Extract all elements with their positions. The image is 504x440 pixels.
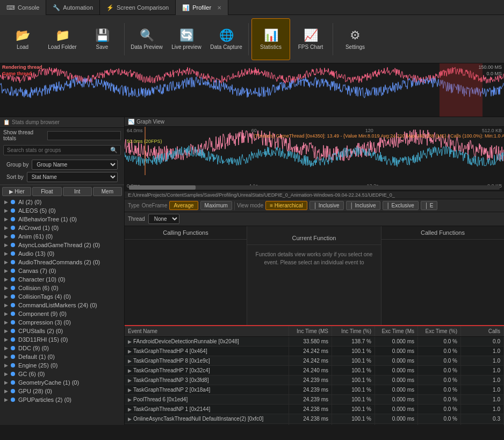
col-inc-time-pct: Inc Time (%) — [332, 326, 375, 336]
table-row[interactable]: ▶ TaskGraphThreadHP 7 [0x32c4] 24.240 ms… — [125, 366, 504, 376]
stat-list-item[interactable]: ▶ CPUStalls (2) (0) — [0, 327, 124, 335]
stat-item-label: AudioThreadCommands (2) (0) — [18, 259, 100, 265]
int-filter-btn[interactable]: Int — [63, 187, 92, 196]
stat-list-item[interactable]: ▶ D3D11RHI (15) (0) — [0, 335, 124, 344]
stat-list-item[interactable]: ▶ GeometryCache (1) (0) — [0, 378, 124, 387]
data-preview-label: Data Preview — [131, 44, 162, 50]
ruler-120: 120 — [365, 128, 373, 133]
oneframe-btn[interactable]: OneFrame — [142, 203, 168, 208]
cell-exc-ms: 0.000 ms — [375, 385, 418, 394]
tab-profiler[interactable]: 📊 Profiler ✕ — [176, 0, 228, 15]
stat-list-item[interactable]: ▶ CollisionTags (4) (0) — [0, 292, 124, 301]
table-row[interactable]: ▶ TaskGraphThreadHP 8 [0x1e9c] 24.242 ms… — [125, 356, 504, 366]
mem-filter-btn[interactable]: Mem — [93, 187, 122, 196]
stat-list-item[interactable]: ▶ AICrowd (1) (0) — [0, 223, 124, 232]
stat-list-item[interactable]: ▶ GC (6) (0) — [0, 370, 124, 378]
type-label: Type — [128, 203, 140, 208]
float-filter-btn[interactable]: Float — [32, 187, 61, 196]
inclusive1-btn[interactable]: │ Inclusive — [309, 201, 344, 210]
stat-list-item[interactable]: ▶ Character (10) (0) — [0, 275, 124, 284]
stat-arrow-icon: ▶ — [4, 380, 8, 385]
sort-by-select[interactable]: Stat Name — [27, 172, 118, 182]
settings-button[interactable]: ⚙ Settings — [336, 18, 375, 60]
exclusive-btn[interactable]: │ Exclusive — [383, 201, 419, 210]
stat-list-item[interactable]: ▶ AIBehaviorTree (1) (0) — [0, 215, 124, 223]
stat-list-item[interactable]: ▶ ALEOS (5) (0) — [0, 206, 124, 215]
table-row[interactable]: ▶ TaskGraphThreadNP 2 [0x18a4] 24.239 ms… — [125, 385, 504, 395]
stat-list-item[interactable]: ▶ GPU (28) (0) — [0, 387, 124, 395]
table-row[interactable]: ▶ TaskGraphThreadHP 4 [0x464] 24.242 ms … — [125, 347, 504, 356]
main-layout: 📋 Stats dump browser Show thread totals … — [0, 117, 504, 425]
table-row[interactable]: ▶ TaskGraphThreadNP 3 [0x3fd8] 24.239 ms… — [125, 376, 504, 385]
event-name-text: TaskGraphThreadNP 2 [0x18a4] — [133, 387, 210, 393]
statistics-button[interactable]: 📊 Statistics — [251, 18, 290, 60]
stat-list-item[interactable]: ▶ Default (1) (0) — [0, 352, 124, 361]
fps-chart-button[interactable]: 📈 FPS Chart — [291, 18, 330, 60]
tab-screen-comparison[interactable]: ⚡ Screen Comparison — [100, 0, 176, 15]
profiler-path: E:/UnrealProjects/ContentSamples/Saved/P… — [125, 191, 504, 199]
stat-item-label: GC (6) (0) — [18, 371, 45, 377]
cell-event-name: ▶ OnlineAsyncTaskThreadNull DefaultInsta… — [125, 414, 289, 423]
thread-totals-input[interactable] — [47, 131, 121, 140]
stat-list-item[interactable]: ▶ Audio (13) (0) — [0, 249, 124, 258]
stat-list-item[interactable]: ▶ Collision (6) (0) — [0, 284, 124, 292]
game-thread-label: Game thread — [2, 71, 32, 76]
table-row[interactable]: ▶ TaskGraphThreadNP 0 [0x4724] 24.238 ms… — [125, 424, 504, 425]
save-button[interactable]: 💾 Save — [83, 18, 121, 60]
thread-select[interactable]: None — [148, 214, 179, 224]
search-input[interactable] — [3, 145, 121, 155]
row-arrow-icon: ▶ — [128, 407, 132, 412]
stat-arrow-icon: ▶ — [4, 277, 8, 282]
average-btn[interactable]: Average — [169, 201, 198, 210]
group-by-select[interactable]: Group Name — [32, 160, 118, 170]
cell-exc-ms: 0.000 ms — [375, 395, 418, 404]
stat-list-item[interactable]: ▶ CommandListMarkers (24) (0) — [0, 301, 124, 309]
table-row[interactable]: ▶ FAndroidDeviceDetectionRunnable [0x204… — [125, 337, 504, 347]
sort-by-label: Sort by — [6, 174, 24, 180]
stat-list-item[interactable]: ▶ Compression (3) (0) — [0, 318, 124, 327]
minimap-canvas[interactable] — [0, 63, 504, 117]
data-capture-button[interactable]: 🌐 Data Capture — [207, 18, 246, 60]
cell-event-name: ▶ FAndroidDeviceDetectionRunnable [0x204… — [125, 337, 289, 346]
data-preview-button[interactable]: 🔍 Data Preview — [127, 18, 166, 60]
stat-dot — [11, 234, 15, 239]
stat-list-item[interactable]: ▶ AsyncLoadGameThread (2) (0) — [0, 241, 124, 249]
maximum-btn[interactable]: Maximum — [200, 201, 232, 210]
load-folder-button[interactable]: 📁 Load Folder — [43, 18, 82, 60]
scroll-bar[interactable] — [129, 185, 500, 190]
cell-inc-pct: 100.1 % — [332, 385, 375, 394]
tab-console[interactable]: ⌨ Console — [0, 0, 46, 15]
stat-dot — [11, 380, 15, 385]
stat-arrow-icon: ▶ — [4, 337, 8, 342]
live-preview-button[interactable]: 🔄 Live preview — [167, 18, 206, 60]
ruler-60: 60 — [251, 128, 257, 133]
profiler-graph[interactable]: 64.0ms 60 120 512.0 KB (Threads) GameThr… — [125, 127, 504, 191]
stat-item-label: Collision (6) (0) — [18, 285, 59, 291]
stat-list-item[interactable]: ▶ GPUParticles (2) (0) — [0, 395, 124, 404]
stat-list-item[interactable]: ▶ AudioThreadCommands (2) (0) — [0, 258, 124, 266]
table-row[interactable]: ▶ OnlineAsyncTaskThreadNull DefaultInsta… — [125, 414, 504, 424]
stat-item-label: GeometryCache (1) (0) — [18, 379, 79, 386]
stat-list-item[interactable]: ▶ Engine (25) (0) — [0, 361, 124, 370]
stat-list-item[interactable]: ▶ Anim (61) (0) — [0, 232, 124, 241]
int-label: Int — [74, 189, 80, 194]
stat-list-item[interactable]: ▶ DDC (9) (0) — [0, 344, 124, 352]
table-row[interactable]: ▶ PoolThread 6 [0x1ed4] 24.239 ms 100.1 … — [125, 395, 504, 405]
hierarchical-btn[interactable]: ≡ Hierarchical — [265, 201, 307, 210]
load-button[interactable]: 📂 Load — [3, 18, 42, 60]
table-row[interactable]: ▶ TaskGraphThreadNP 1 [0x2144] 24.238 ms… — [125, 405, 504, 414]
stat-item-label: Audio (13) (0) — [18, 250, 54, 257]
stat-list-item[interactable]: ▶ Canvas (7) (0) — [0, 266, 124, 275]
stat-list-item[interactable]: ▶ Component (9) (0) — [0, 309, 124, 318]
tab-bar: ⌨ Console 🔧 Automation ⚡ Screen Comparis… — [0, 0, 504, 15]
inclusive2-btn[interactable]: │ Inclusive — [346, 201, 380, 210]
float-label: Float — [41, 189, 53, 194]
hier-filter-btn[interactable]: ▶ Hier — [2, 187, 31, 196]
e-btn[interactable]: │ E — [421, 201, 438, 210]
stat-list-item[interactable]: ▶ AI (2) (0) — [0, 198, 124, 206]
cell-inc-pct: 100.1 % — [332, 395, 375, 404]
called-functions-header: Called Functions — [381, 226, 504, 240]
tab-close-button[interactable]: ✕ — [217, 5, 221, 11]
tab-automation[interactable]: 🔧 Automation — [46, 0, 100, 15]
cell-calls: 1.0 — [461, 395, 504, 404]
